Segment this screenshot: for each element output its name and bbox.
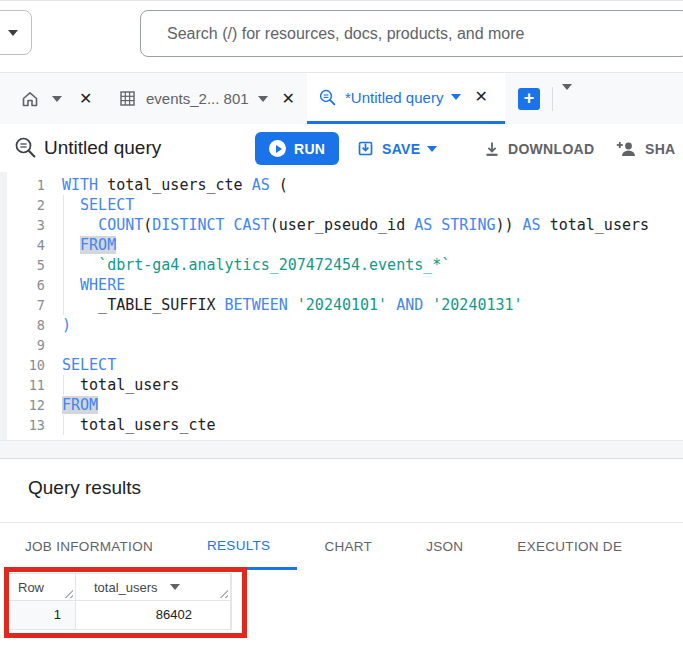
- chevron-down-icon: [562, 84, 572, 107]
- tab-strip-divider: [552, 87, 553, 111]
- run-label: RUN: [294, 141, 325, 157]
- tab-events-label: events_2... 801: [146, 90, 249, 107]
- query-title: Untitled query: [44, 137, 161, 159]
- tab-chart[interactable]: CHART: [297, 523, 399, 570]
- close-icon[interactable]: ✕: [282, 91, 295, 107]
- editor-gutter: 1234567891011121314: [7, 175, 45, 440]
- line-number: 2: [7, 195, 45, 215]
- tab-untitled-query[interactable]: *Untitled query ✕: [307, 73, 505, 124]
- save-button[interactable]: SAVE: [350, 132, 443, 165]
- code-line-8[interactable]: ): [62, 315, 683, 335]
- code-line-7[interactable]: _TABLE_SUFFIX BETWEEN '20240101' AND '20…: [62, 295, 683, 315]
- code-line-6[interactable]: WHERE: [62, 275, 683, 295]
- query-magnifier-icon: [318, 88, 337, 107]
- chevron-down-icon[interactable]: [52, 96, 62, 102]
- top-bar: [0, 1, 683, 72]
- code-line-10[interactable]: SELECT: [62, 355, 683, 375]
- results-title-block: Query results: [0, 459, 683, 523]
- total-users-value-cell: 86402: [76, 601, 231, 629]
- tab-home[interactable]: ✕: [20, 73, 92, 124]
- close-icon[interactable]: ✕: [79, 91, 92, 107]
- code-line-13[interactable]: total_users_cte: [62, 415, 683, 435]
- person-add-icon: [616, 140, 638, 158]
- download-label: DOWNLOAD: [508, 141, 594, 157]
- save-icon: [356, 139, 375, 158]
- global-search: [140, 10, 683, 57]
- results-table-header: Row total_users: [9, 574, 231, 600]
- save-label: SAVE: [382, 141, 420, 157]
- editor-bottom-spacer: [0, 440, 683, 459]
- line-number: 7: [7, 295, 45, 315]
- query-results-panel: Query results JOB INFORMATION RESULTS CH…: [0, 459, 683, 649]
- tab-results[interactable]: RESULTS: [180, 523, 297, 570]
- run-button[interactable]: RUN: [255, 132, 339, 165]
- project-selector-button[interactable]: [0, 10, 32, 55]
- code-line-5[interactable]: `dbrt-ga4.analytics_207472454.events_*`: [62, 255, 683, 275]
- code-line-4[interactable]: FROM: [62, 235, 683, 255]
- line-number: 8: [7, 315, 45, 335]
- tab-execution-details[interactable]: EXECUTION DE: [490, 523, 649, 570]
- column-header-total-users[interactable]: total_users: [76, 574, 231, 600]
- code-line-9[interactable]: [62, 335, 683, 355]
- chevron-down-icon: [8, 30, 18, 36]
- line-number: 5: [7, 255, 45, 275]
- editor-tab-strip: ✕ events_2... 801 ✕ *Untitled query: [0, 72, 683, 124]
- chevron-down-icon: [427, 146, 437, 152]
- code-line-3[interactable]: COUNT(DISTINCT CAST(user_pseudo_id AS ST…: [62, 215, 683, 235]
- line-number: 1: [7, 175, 45, 195]
- code-line-12[interactable]: FROM: [62, 395, 683, 415]
- column-header-total-users-label: total_users: [94, 580, 158, 595]
- line-number: 9: [7, 335, 45, 355]
- code-line-2[interactable]: SELECT: [62, 195, 683, 215]
- line-number: 6: [7, 275, 45, 295]
- code-line-11[interactable]: total_users: [62, 375, 683, 395]
- sql-editor[interactable]: 1234567891011121314 WITH total_users_cte…: [0, 172, 683, 440]
- chevron-down-icon[interactable]: [451, 94, 461, 100]
- share-button[interactable]: SHA: [610, 132, 681, 165]
- query-magnifier-icon: [13, 135, 38, 160]
- tab-query-label: *Untitled query: [345, 89, 443, 106]
- line-number: 10: [7, 355, 45, 375]
- query-toolbar: Untitled query RUN SAVE DOWNLOAD: [0, 124, 683, 172]
- column-header-row-label: Row: [18, 580, 44, 595]
- results-table: Row total_users 1 86402: [8, 573, 232, 630]
- column-header-row[interactable]: Row: [9, 574, 76, 600]
- chevron-down-icon[interactable]: [258, 96, 268, 102]
- editor-left-margin: [0, 172, 7, 440]
- close-icon[interactable]: ✕: [474, 89, 487, 105]
- home-icon: [20, 89, 40, 109]
- new-tab-button[interactable]: +: [518, 88, 540, 110]
- tab-job-information[interactable]: JOB INFORMATION: [0, 523, 180, 570]
- download-icon: [483, 140, 501, 158]
- code-line-1[interactable]: WITH total_users_cte AS (: [62, 175, 683, 195]
- search-input[interactable]: [141, 11, 683, 56]
- line-number: 4: [7, 235, 45, 255]
- download-button[interactable]: DOWNLOAD: [477, 132, 600, 165]
- results-title: Query results: [28, 477, 141, 499]
- line-number: 13: [7, 415, 45, 435]
- tab-events-table[interactable]: events_2... 801 ✕: [118, 73, 295, 124]
- table-row: 1 86402: [9, 600, 231, 630]
- tab-json[interactable]: JSON: [399, 523, 490, 570]
- editor-code[interactable]: WITH total_users_cte AS ( SELECT COUNT(D…: [62, 175, 683, 440]
- line-number: 3: [7, 215, 45, 235]
- share-label: SHA: [645, 141, 675, 157]
- line-number: 11: [7, 375, 45, 395]
- play-icon: [269, 140, 286, 157]
- table-icon: [118, 89, 137, 108]
- column-menu-caret-icon: [170, 584, 180, 590]
- row-number-cell: 1: [9, 601, 76, 629]
- tab-options-button[interactable]: [562, 90, 572, 108]
- bigquery-console: ✕ events_2... 801 ✕ *Untitled query: [0, 0, 683, 649]
- line-number: 12: [7, 395, 45, 415]
- results-tab-bar: JOB INFORMATION RESULTS CHART JSON EXECU…: [0, 523, 683, 570]
